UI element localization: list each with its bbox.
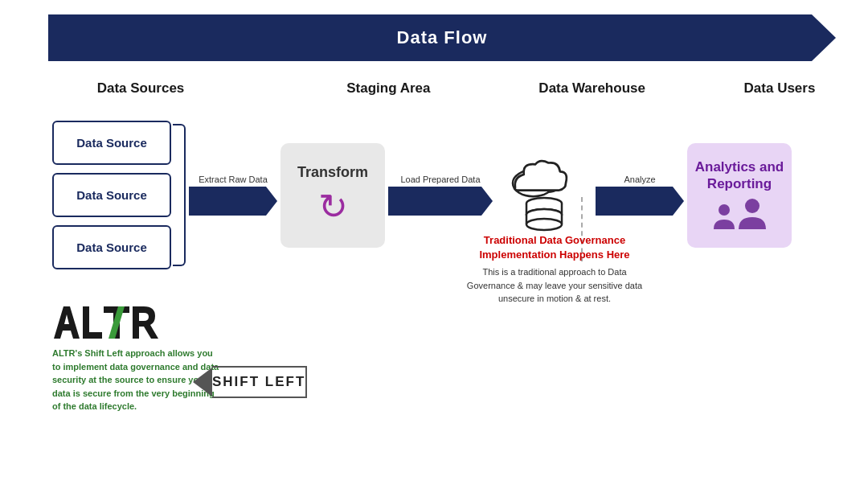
extract-arrow (189, 187, 277, 216)
altr-logo (52, 302, 165, 343)
shift-left-box: SHIFT LEFT (212, 366, 307, 398)
source-box-2: Data Source (52, 173, 171, 217)
shift-left-arrowhead (193, 368, 212, 397)
source-box-1: Data Source (52, 121, 171, 165)
section-headers: Data Sources Staging Area Data Warehouse… (48, 80, 836, 97)
sources-group: Data Source Data Source Data Source (52, 121, 171, 269)
warehouse-icon (496, 151, 592, 239)
load-label: Load Prepared Data (400, 175, 480, 184)
sources-col: Data Source Data Source Data Source (52, 121, 171, 269)
users-header: Data Users (723, 80, 836, 97)
staging-header: Staging Area (316, 80, 461, 97)
governance-desc: This is a traditional approach to Data G… (466, 265, 643, 306)
db-cylinders (520, 195, 568, 239)
load-arrow (388, 187, 493, 216)
analyze-label: Analyze (624, 175, 655, 184)
analyze-arrow (596, 187, 684, 216)
transform-label: Transform (297, 164, 368, 181)
svg-point-17 (719, 204, 730, 216)
data-flow-banner: Data Flow (48, 14, 836, 61)
extract-label: Extract Raw Data (199, 175, 268, 184)
banner-title: Data Flow (397, 27, 488, 48)
warehouse-header: Data Warehouse (512, 80, 673, 97)
flow-row: Data Source Data Source Data Source Extr… (52, 121, 792, 269)
transform-box: Transform ↻ (280, 143, 385, 248)
load-arrow-container: Load Prepared Data (388, 175, 493, 216)
svg-point-18 (745, 199, 760, 213)
transform-icon: ↻ (318, 186, 348, 227)
extract-arrow-container: Extract Raw Data (189, 175, 277, 216)
analytics-icons (712, 197, 767, 231)
governance-title: Traditional Data Governance Implementati… (466, 233, 643, 262)
analyze-arrow-container: Analyze (596, 175, 684, 216)
analytics-label: Analytics and Reporting (694, 159, 785, 192)
sources-bracket (173, 124, 186, 266)
svg-point-16 (526, 219, 562, 230)
source-box-3: Data Source (52, 225, 171, 269)
sources-header: Data Sources (48, 80, 233, 97)
shift-left-label: SHIFT LEFT (212, 374, 305, 390)
governance-note: Traditional Data Governance Implementati… (466, 233, 643, 306)
shift-left-container: SHIFT LEFT (193, 366, 307, 398)
analytics-box: Analytics and Reporting (687, 143, 792, 248)
